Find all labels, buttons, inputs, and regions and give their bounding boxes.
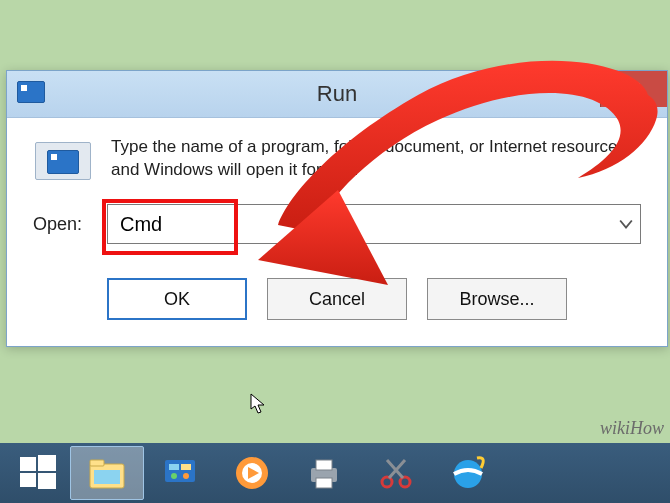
svg-rect-0	[20, 457, 36, 471]
svg-rect-3	[38, 473, 56, 489]
svg-rect-9	[181, 464, 191, 470]
control-panel-icon	[159, 452, 201, 494]
svg-rect-16	[316, 478, 332, 488]
taskbar-item-internet-explorer[interactable]	[432, 447, 504, 499]
open-input[interactable]	[107, 204, 641, 244]
run-icon	[33, 136, 93, 182]
taskbar	[0, 443, 670, 503]
internet-explorer-icon	[447, 452, 489, 494]
windows-logo-icon	[18, 453, 58, 493]
dialog-client-area: Type the name of a program, folder, docu…	[7, 118, 667, 346]
browse-button[interactable]: Browse...	[427, 278, 567, 320]
taskbar-item-control-panel[interactable]	[144, 447, 216, 499]
svg-rect-15	[316, 460, 332, 470]
taskbar-item-printer[interactable]	[288, 447, 360, 499]
run-description: Type the name of a program, folder, docu…	[111, 136, 631, 182]
svg-rect-7	[165, 460, 195, 482]
svg-rect-2	[20, 473, 36, 487]
taskbar-item-snipping-tool[interactable]	[360, 447, 432, 499]
file-explorer-icon	[86, 452, 128, 494]
close-button[interactable]: ✕	[600, 71, 667, 107]
cancel-button[interactable]: Cancel	[267, 278, 407, 320]
scissors-icon	[375, 452, 417, 494]
taskbar-item-file-explorer[interactable]	[70, 446, 144, 500]
run-title-icon	[17, 81, 43, 101]
mouse-cursor	[250, 393, 268, 415]
window-title: Run	[7, 71, 667, 117]
svg-rect-1	[38, 455, 56, 471]
watermark: wikiHow	[600, 418, 664, 439]
svg-rect-5	[90, 460, 104, 466]
printer-icon	[303, 452, 345, 494]
svg-point-10	[171, 473, 177, 479]
titlebar: Run ✕	[7, 71, 667, 118]
svg-rect-6	[94, 470, 120, 484]
svg-rect-8	[169, 464, 179, 470]
media-player-icon	[231, 452, 273, 494]
svg-point-11	[183, 473, 189, 479]
taskbar-item-media-player[interactable]	[216, 447, 288, 499]
screenshot-stage: Run ✕ Type the name of a program, folder…	[0, 0, 670, 503]
ok-button[interactable]: OK	[107, 278, 247, 320]
start-button[interactable]	[6, 447, 70, 499]
run-dialog: Run ✕ Type the name of a program, folder…	[6, 70, 668, 347]
open-label: Open:	[33, 214, 93, 235]
